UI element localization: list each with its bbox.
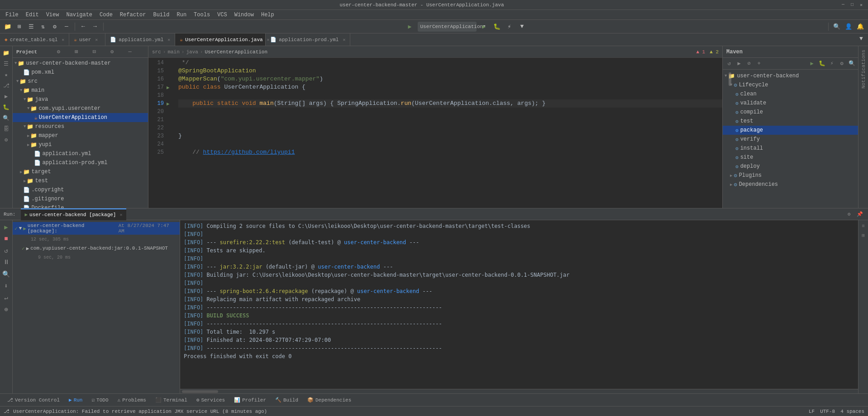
project-close-panel-btn[interactable]: —	[129, 49, 144, 55]
tree-src[interactable]: ▼ 📁 src	[13, 77, 148, 86]
run-tab-close[interactable]: ✕	[119, 212, 122, 217]
menu-code[interactable]: Code	[96, 11, 116, 19]
bottom-tab-todo[interactable]: ☑ TODO	[88, 396, 112, 404]
tabs-menu[interactable]: ▼	[856, 33, 866, 43]
run-scroll-end-btn[interactable]: ⬇	[1, 281, 11, 291]
tab-close-user[interactable]: ✕	[95, 37, 98, 43]
maven-validate[interactable]: ⚙ validate	[723, 99, 858, 108]
project-gear-btn[interactable]: ⚙	[110, 48, 126, 55]
structure-sidebar-btn[interactable]: ☰	[1, 59, 11, 69]
menu-edit[interactable]: Edit	[22, 11, 43, 19]
toolbar-btn-1[interactable]: ⊞	[14, 22, 24, 32]
run-btn-more[interactable]: ▼	[517, 22, 527, 32]
menu-run[interactable]: Run	[173, 11, 190, 19]
run-expand-btn[interactable]: ⊕	[1, 304, 11, 314]
tab-create-table[interactable]: ◈ create_table.sql ✕	[0, 33, 69, 46]
project-settings-btn[interactable]: ⚙	[57, 48, 73, 55]
toolbar-build[interactable]: ▶	[405, 22, 415, 32]
maven-test[interactable]: ⚙ test	[723, 117, 858, 126]
maven-site[interactable]: ⚙ site	[723, 153, 858, 162]
run-soft-wrap-btn[interactable]: ↵	[1, 293, 11, 303]
toolbar-btn-2[interactable]: ☰	[26, 22, 36, 32]
tree-dockerfile[interactable]: ▶ 📄 Dockerfile	[13, 203, 148, 208]
minimize-button[interactable]: ─	[840, 2, 846, 8]
bottom-tab-deps[interactable]: 📦 Dependencies	[304, 396, 355, 404]
maven-compile[interactable]: ⚙ compile	[723, 108, 858, 117]
tab-close-sql[interactable]: ✕	[62, 37, 64, 43]
project-expand-btn[interactable]: ⊞	[75, 48, 91, 55]
maven-debug[interactable]: 🐛	[817, 59, 826, 68]
maven-verify[interactable]: ⚙ verify	[723, 135, 858, 144]
tree-project-root[interactable]: ▼ 📁 user-center-backend-master	[13, 59, 148, 68]
toolbar-back[interactable]: ←	[78, 22, 88, 32]
toolbar-forward[interactable]: →	[90, 22, 100, 32]
tree-usercenter-app[interactable]: ▶ ☕ UserCenterApplication	[13, 113, 148, 122]
bottom-tab-profiler[interactable]: 📊 Profiler	[230, 396, 270, 404]
bottom-tab-build[interactable]: 🔨 Build	[272, 396, 302, 404]
run-right-btn1[interactable]: ≡	[859, 222, 868, 230]
toolbar-btn-3[interactable]: ⇅	[38, 22, 48, 32]
maven-plugins[interactable]: ▶ ⚙ Plugins	[723, 171, 858, 180]
toolbar-update[interactable]: 🔔	[855, 22, 865, 32]
tree-gitignore[interactable]: ▶ 📄 .gitignore	[13, 194, 148, 203]
window-controls[interactable]: ─ □ ✕	[840, 2, 864, 8]
tree-test-folder[interactable]: ▶ 📁 test	[13, 176, 148, 185]
project-sidebar-btn[interactable]: 📁	[1, 48, 11, 58]
maven-play[interactable]: ▶	[807, 59, 816, 68]
search-sidebar-icon[interactable]: 🔍	[1, 113, 11, 123]
project-collapse-btn[interactable]: ⊟	[93, 48, 109, 55]
menu-navigate[interactable]: Navigate	[62, 11, 96, 19]
close-button[interactable]: ✕	[858, 2, 864, 8]
menu-tools[interactable]: Tools	[190, 11, 214, 19]
tab-close-yml[interactable]: ✕	[167, 37, 170, 43]
menu-build[interactable]: Build	[149, 11, 173, 19]
git-sidebar-btn[interactable]: ⎇	[1, 80, 11, 90]
maven-deploy[interactable]: ⚙ deploy	[723, 162, 858, 171]
maven-reload[interactable]: ↺	[725, 59, 734, 68]
menu-window[interactable]: Window	[231, 11, 258, 19]
maven-execute[interactable]: ▶	[734, 59, 744, 68]
menu-help[interactable]: Help	[258, 11, 278, 19]
tree-copyright[interactable]: ▶ 📄 .copyright	[13, 185, 148, 194]
toolbar-user[interactable]: 👤	[844, 22, 854, 32]
maven-project-root[interactable]: ▼ 📁 user-center-backend	[723, 71, 858, 80]
gradle-sidebar-icon[interactable]: ⚙	[1, 135, 11, 145]
run-btn-play[interactable]: ▶	[479, 22, 489, 32]
tab-application-yml[interactable]: 📄 application.yml ✕	[105, 33, 175, 46]
run-search-btn[interactable]: 🔍	[1, 269, 11, 279]
run-settings-btn[interactable]: ⚙	[844, 210, 854, 219]
tab-application-prod-yml[interactable]: 📄 application-prod.yml ✕	[266, 33, 350, 46]
tree-app-yml[interactable]: ▶ 📄 application.yml	[13, 149, 148, 158]
maven-btn6[interactable]: ⚙	[837, 59, 846, 68]
run-pin-btn[interactable]: 📌	[855, 210, 864, 219]
maven-skip-test[interactable]: ⊘	[744, 59, 754, 68]
run-tree-child[interactable]: ✓ ▶ com.yupiuser-center-backend:jar:0.0.…	[13, 244, 180, 253]
bottom-tab-terminal[interactable]: ⬛ Terminal	[152, 396, 191, 404]
maven-btn4[interactable]: +	[754, 59, 763, 68]
tree-yupi[interactable]: ▶ 📁 yupi	[13, 140, 148, 149]
maven-clean[interactable]: ⚙ clean	[723, 90, 858, 99]
bottom-tab-vc[interactable]: ⎇ Version Control	[4, 396, 63, 404]
code-content[interactable]: */ @SpringBootApplication @MapperScan("c…	[175, 58, 722, 208]
toolbar-btn-4[interactable]: —	[62, 22, 72, 32]
run-config-dropdown[interactable]: UserCenterApplication ▼	[418, 22, 477, 32]
right-tab-notifications[interactable]: Notifications	[859, 46, 868, 92]
maven-dependencies[interactable]: ▶ ⚙ Dependencies	[723, 180, 858, 189]
run-pause-btn[interactable]: ⏸	[1, 257, 11, 267]
tree-java[interactable]: ▼ 📁 java	[13, 95, 148, 104]
run-gutter-main[interactable]: ▶	[167, 101, 170, 107]
tree-mapper[interactable]: ▶ 📁 mapper	[13, 131, 148, 140]
run-gutter-arrow[interactable]: ▶	[167, 85, 170, 90]
menu-view[interactable]: View	[43, 11, 63, 19]
tab-close-prod-yml[interactable]: ✕	[343, 37, 345, 43]
database-sidebar-icon[interactable]: 🗄	[1, 124, 11, 134]
run-tree-package[interactable]: ✓ ▼ ▶ user-center-backend [package]: At …	[13, 222, 180, 235]
maximize-button[interactable]: □	[849, 2, 855, 8]
tree-target[interactable]: ▶ 📁 target	[13, 167, 148, 176]
tree-pom-tab[interactable]: ▶ 📄 pom.xml	[13, 68, 148, 77]
maven-lifecycle-group[interactable]: ▼ ⚙ Lifecycle	[723, 80, 858, 90]
run-btn-coverage[interactable]: ⚡	[505, 22, 515, 32]
menu-refactor[interactable]: Refactor	[116, 11, 150, 19]
bookmark-sidebar-btn[interactable]: ★	[1, 70, 11, 80]
maven-search-icon[interactable]: 🔍	[847, 59, 856, 68]
